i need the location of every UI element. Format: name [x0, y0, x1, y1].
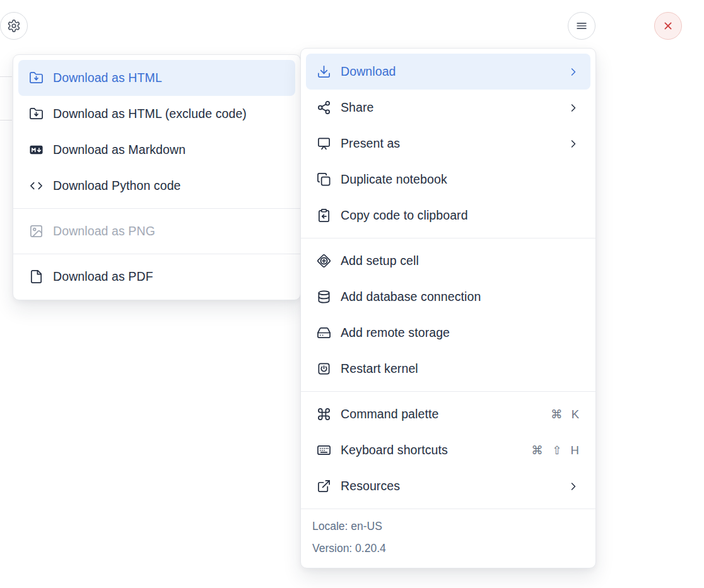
notebook-main-menu: DownloadSharePresent asDuplicate noteboo… [300, 48, 596, 568]
menu-item-label: Download Python code [53, 179, 285, 193]
menu-item-label: Present as [341, 136, 558, 151]
gear-icon [7, 19, 21, 33]
command-icon [317, 407, 331, 421]
chevron-right-icon [567, 102, 580, 114]
menu-item-label: Download as Markdown [53, 143, 285, 157]
menu-item-download-as-png[interactable]: Download as PNG [18, 213, 295, 249]
folder-down-icon [29, 71, 44, 85]
close-icon [661, 19, 675, 33]
menu-item-label: Download as PNG [53, 224, 285, 238]
settings-button[interactable] [0, 12, 28, 40]
menu-item-download-as-html[interactable]: Download as HTML [18, 60, 295, 96]
close-button[interactable] [654, 12, 682, 40]
menu-item-download-python-code[interactable]: Download Python code [18, 168, 295, 204]
menu-item-download-as-html-exclude-code[interactable]: Download as HTML (exclude code) [18, 96, 295, 132]
menu-item-command-palette[interactable]: Command palette⌘ K [306, 396, 590, 432]
menu-item-label: Download [341, 64, 558, 79]
menu-item-label: Add database connection [341, 290, 580, 304]
version-text: Version: 0.20.4 [312, 538, 584, 560]
menu-item-add-setup-cell[interactable]: Add setup cell [306, 243, 590, 279]
hamburger-menu-button[interactable] [568, 12, 595, 40]
background-rule [0, 76, 12, 77]
download-submenu: Download as HTMLDownload as HTML (exclud… [13, 54, 301, 300]
menu-item-download-as-pdf[interactable]: Download as PDF [18, 259, 295, 295]
diamond-plus-icon [317, 254, 331, 268]
menu-item-label: Add setup cell [341, 254, 580, 268]
chevron-right-icon [567, 66, 580, 78]
hard-drive-icon [317, 326, 331, 340]
menu-item-download-as-markdown[interactable]: Download as Markdown [18, 132, 295, 168]
menu-item-add-remote-storage[interactable]: Add remote storage [306, 315, 590, 351]
clipboard-arrow-icon [317, 208, 331, 223]
menu-item-label: Command palette [341, 407, 541, 421]
menu-item-add-database-connection[interactable]: Add database connection [306, 279, 590, 315]
menu-item-restart-kernel[interactable]: Restart kernel [306, 351, 590, 387]
menu-separator [13, 208, 300, 209]
menu-item-label: Copy code to clipboard [341, 208, 580, 223]
copy-icon [317, 172, 331, 187]
menu-separator [301, 391, 595, 392]
menu-separator [13, 254, 300, 254]
share-icon [317, 100, 331, 115]
menu-item-label: Duplicate notebook [341, 172, 580, 187]
image-icon [29, 224, 44, 238]
menu-item-download[interactable]: Download [306, 54, 590, 90]
menu-item-label: Resources [341, 479, 558, 493]
menu-item-label: Add remote storage [341, 326, 580, 340]
menu-item-label: Download as PDF [53, 269, 285, 284]
menu-item-label: Restart kernel [341, 362, 580, 376]
menu-item-keyboard-shortcuts[interactable]: Keyboard shortcuts⌘ ⇧ H [306, 432, 590, 468]
menu-item-label: Download as HTML (exclude code) [53, 107, 285, 121]
keyboard-icon [317, 443, 331, 457]
power-square-icon [317, 362, 331, 376]
menu-item-copy-code-to-clipboard[interactable]: Copy code to clipboard [306, 197, 590, 233]
markdown-download-icon [29, 143, 44, 157]
shortcut-hint: ⌘ K [551, 408, 580, 421]
chevron-right-icon [567, 138, 580, 150]
presentation-icon [317, 136, 331, 151]
folder-down-icon [29, 107, 44, 121]
menu-footer: Locale: en-US Version: 0.20.4 [301, 509, 595, 568]
download-icon [317, 64, 331, 79]
hamburger-icon [575, 19, 589, 33]
code-icon [29, 179, 44, 193]
shortcut-hint: ⌘ ⇧ H [531, 444, 580, 457]
menu-item-present-as[interactable]: Present as [306, 126, 590, 162]
menu-item-label: Share [341, 100, 558, 115]
menu-separator [301, 238, 595, 238]
file-icon [29, 269, 44, 284]
menu-item-label: Download as HTML [53, 71, 285, 85]
menu-item-label: Keyboard shortcuts [341, 443, 522, 457]
chevron-right-icon [567, 480, 580, 493]
locale-text: Locale: en-US [312, 515, 584, 538]
menu-item-duplicate-notebook[interactable]: Duplicate notebook [306, 162, 590, 197]
database-icon [317, 290, 331, 304]
menu-item-share[interactable]: Share [306, 90, 590, 126]
background-rule [0, 120, 12, 121]
external-link-icon [317, 479, 331, 493]
menu-item-resources[interactable]: Resources [306, 468, 590, 504]
